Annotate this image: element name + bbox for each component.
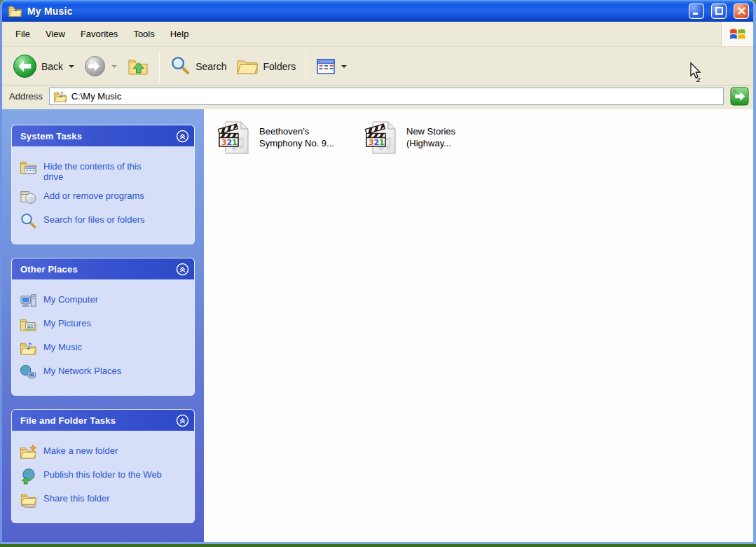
maximize-button[interactable] <box>711 4 727 19</box>
svg-text:1: 1 <box>379 138 385 147</box>
panel-title: Other Places <box>20 264 78 275</box>
chevron-up-icon[interactable] <box>176 414 189 427</box>
back-arrow-icon <box>13 54 37 78</box>
task-label: Add or remove programs <box>43 188 144 201</box>
up-button[interactable] <box>122 53 154 80</box>
minimize-button[interactable] <box>689 4 704 19</box>
titlebar[interactable]: ♪ My Music <box>2 0 753 22</box>
menu-view[interactable]: View <box>38 26 73 42</box>
search-label: Search <box>195 61 226 72</box>
task-label: Search for files or folders <box>43 212 145 225</box>
back-dropdown-icon[interactable] <box>69 65 74 68</box>
svg-text:♪: ♪ <box>59 90 64 99</box>
search-icon <box>20 212 37 230</box>
go-button[interactable] <box>730 87 749 106</box>
forward-button[interactable] <box>79 53 122 79</box>
svg-text:♪: ♪ <box>27 341 33 352</box>
file-label-line2: (Highway... <box>406 137 455 149</box>
task-label: My Computer <box>43 292 98 305</box>
menu-file[interactable]: File <box>8 26 38 42</box>
task-add-remove-programs[interactable]: Add or remove programs <box>20 188 188 206</box>
folders-button[interactable]: Folders <box>231 53 301 80</box>
task-my-computer[interactable]: My Computer <box>20 292 188 310</box>
close-button[interactable] <box>734 4 749 19</box>
sidebar: System Tasks <box>2 109 204 542</box>
task-label: My Music <box>43 340 82 352</box>
views-button[interactable] <box>311 55 352 78</box>
publish-to-web-icon <box>20 467 37 485</box>
views-icon <box>316 57 336 76</box>
panel-title: System Tasks <box>20 131 82 141</box>
panel-system-tasks: System Tasks <box>11 125 195 244</box>
svg-text:2: 2 <box>374 138 380 147</box>
task-my-network-places[interactable]: My Network Places <box>20 363 188 381</box>
menubar: File View Favorites Tools Help <box>2 22 753 47</box>
folders-label: Folders <box>263 61 296 72</box>
address-input[interactable]: ♪ C:\My Music <box>49 88 724 105</box>
task-make-new-folder[interactable]: Make a new folder <box>20 443 188 461</box>
make-new-folder-icon <box>20 443 37 461</box>
toolbar: Back <box>2 47 753 86</box>
file-label-line1: New Stories <box>406 125 455 137</box>
toolbar-separator <box>305 51 306 82</box>
go-arrow-icon <box>730 87 749 106</box>
panel-body: My Computer <box>11 279 195 396</box>
back-label: Back <box>41 61 63 72</box>
menu-help[interactable]: Help <box>163 26 197 42</box>
address-folder-music-icon: ♪ <box>53 90 67 104</box>
chevron-up-icon[interactable] <box>176 130 189 143</box>
file-label: Beethoven's Symphony No. 9... <box>259 125 334 149</box>
task-label: Publish this folder to the Web <box>43 467 162 480</box>
panel-header-file-folder-tasks[interactable]: File and Folder Tasks <box>11 409 195 431</box>
task-my-music[interactable]: ♪ My Music <box>20 340 188 357</box>
task-label: My Network Places <box>43 363 121 376</box>
svg-text:1: 1 <box>232 138 238 147</box>
task-publish-to-web[interactable]: Publish this folder to the Web <box>20 467 188 485</box>
back-button[interactable]: Back <box>8 52 79 81</box>
panel-header-system-tasks[interactable]: System Tasks <box>11 125 195 146</box>
my-pictures-icon <box>20 316 37 333</box>
panel-other-places: Other Places <box>11 258 195 396</box>
views-dropdown-icon[interactable] <box>341 65 347 68</box>
file-list: 3 2 1 Beethoven's Symphony No. 9... <box>204 109 753 542</box>
addressbar: Address ♪ C:\My Music <box>2 86 753 109</box>
task-my-pictures[interactable]: My Pictures <box>20 316 188 333</box>
main-area: System Tasks <box>2 109 753 542</box>
share-folder-icon <box>20 491 37 508</box>
up-folder-icon <box>127 55 149 78</box>
my-music-icon: ♪ <box>20 340 37 357</box>
file-label-line1: Beethoven's <box>259 125 334 137</box>
task-label: Share this folder <box>43 491 110 504</box>
media-clip-file-icon: 3 2 1 <box>218 119 253 155</box>
media-clip-file-icon: 3 2 1 <box>365 119 400 155</box>
folders-icon <box>236 55 259 78</box>
svg-text:♪: ♪ <box>14 4 19 13</box>
file-label-line2: Symphony No. 9... <box>259 137 334 149</box>
window-title: My Music <box>27 6 682 17</box>
task-share-folder[interactable]: Share this folder <box>20 491 188 508</box>
file-tile-beethoven[interactable]: 3 2 1 Beethoven's Symphony No. 9... <box>218 119 365 155</box>
svg-text:2: 2 <box>227 138 233 147</box>
task-search-files[interactable]: Search for files or folders <box>20 212 188 230</box>
task-label: Hide the contents of this drive <box>43 159 163 182</box>
file-tile-new-stories[interactable]: 3 2 1 New Stories (Highway... <box>365 119 512 155</box>
svg-text:3: 3 <box>221 138 227 147</box>
windows-logo-icon <box>721 22 753 46</box>
task-label: My Pictures <box>43 316 91 328</box>
panel-header-other-places[interactable]: Other Places <box>11 258 195 279</box>
chevron-up-icon[interactable] <box>176 263 189 276</box>
search-button[interactable]: Search <box>165 53 231 79</box>
svg-text:3: 3 <box>369 138 374 147</box>
panel-file-folder-tasks: File and Folder Tasks <box>11 409 195 523</box>
explorer-window: ♪ My Music File View Favorites Tools Hel… <box>0 0 756 544</box>
panel-body: Hide the contents of this drive <box>11 146 195 244</box>
task-label: Make a new folder <box>43 443 118 456</box>
menu-favorites[interactable]: Favorites <box>73 26 125 42</box>
address-value: C:\My Music <box>71 91 122 102</box>
search-icon <box>170 55 191 77</box>
add-remove-programs-icon <box>20 188 37 206</box>
my-music-folder-icon: ♪ <box>8 4 22 18</box>
menu-tools[interactable]: Tools <box>125 26 162 42</box>
task-hide-contents[interactable]: Hide the contents of this drive <box>20 159 188 182</box>
my-network-places-icon <box>20 363 37 381</box>
